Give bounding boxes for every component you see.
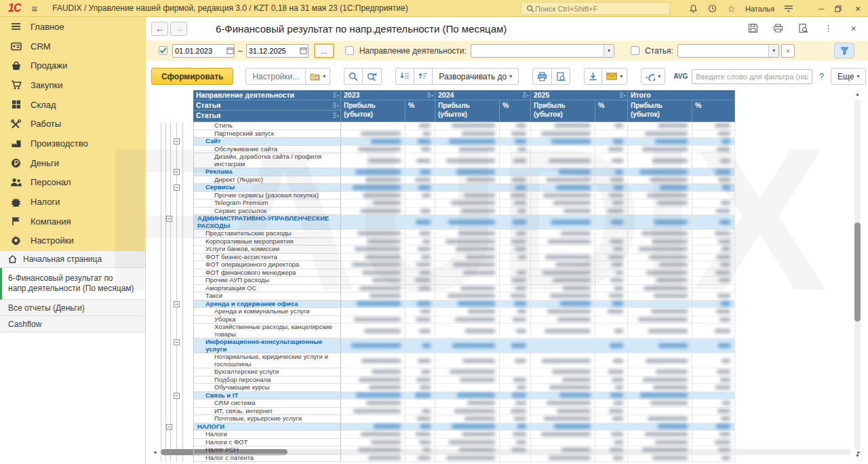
download-button[interactable]	[584, 68, 602, 85]
value-cell-redacted[interactable]	[435, 285, 500, 293]
value-cell-redacted[interactable]	[341, 324, 406, 339]
value-cell-redacted[interactable]	[595, 431, 628, 439]
history-clock-icon[interactable]	[707, 3, 717, 14]
help-button[interactable]: ?	[819, 72, 824, 81]
filter-funnel-button[interactable]	[834, 43, 854, 58]
value-cell-redacted[interactable]	[628, 446, 692, 455]
period-variants-button[interactable]: ...	[314, 43, 334, 58]
value-cell-redacted[interactable]	[341, 392, 406, 400]
value-cell-redacted[interactable]	[500, 368, 531, 376]
value-cell-redacted[interactable]	[435, 199, 500, 208]
value-cell-redacted[interactable]	[341, 192, 406, 200]
value-cell-redacted[interactable]	[692, 254, 735, 262]
value-cell-redacted[interactable]	[341, 153, 406, 168]
sort-icon[interactable]	[427, 92, 433, 98]
value-cell-redacted[interactable]	[628, 455, 692, 463]
table-row[interactable]: Почтовые, курьерские услуги	[158, 415, 735, 423]
value-cell-redacted[interactable]	[692, 384, 735, 392]
value-cell-redacted[interactable]	[406, 423, 435, 431]
table-row[interactable]: Услуги банков, комиссии	[158, 246, 735, 254]
table-row[interactable]: Прочие АУП расходы	[158, 277, 735, 285]
value-cell-redacted[interactable]	[531, 122, 595, 130]
value-cell-redacted[interactable]	[628, 238, 692, 246]
value-cell-redacted[interactable]	[406, 308, 435, 316]
value-cell-redacted[interactable]	[692, 192, 735, 200]
value-cell-redacted[interactable]	[531, 408, 595, 416]
value-cell-redacted[interactable]	[692, 423, 735, 431]
value-cell-redacted[interactable]	[341, 199, 406, 208]
collapse-group-icon[interactable]: −	[166, 216, 172, 222]
sidebar-item-crm[interactable]: CRM	[0, 37, 146, 56]
subheader-percent-total[interactable]: %	[692, 100, 735, 122]
value-cell-redacted[interactable]	[628, 192, 692, 200]
value-cell-redacted[interactable]	[341, 122, 406, 130]
tab-all-reports[interactable]: Все отчеты (Деньги)	[0, 300, 145, 316]
value-cell-redacted[interactable]	[435, 308, 500, 316]
value-cell-redacted[interactable]	[435, 277, 500, 285]
value-cell-redacted[interactable]	[628, 122, 692, 130]
value-cell-redacted[interactable]	[692, 238, 735, 246]
value-cell-redacted[interactable]	[531, 368, 595, 376]
value-cell-redacted[interactable]	[341, 384, 406, 392]
close-window-button[interactable]: ×	[853, 3, 863, 14]
value-cell-redacted[interactable]	[406, 238, 435, 246]
table-row[interactable]: ФОТ операционного директора	[158, 261, 735, 269]
value-cell-redacted[interactable]	[595, 324, 628, 339]
value-cell-redacted[interactable]	[435, 455, 500, 463]
value-cell-redacted[interactable]	[628, 215, 692, 230]
table-row[interactable]: Амортизация ОС	[158, 285, 735, 293]
value-cell-redacted[interactable]	[435, 392, 500, 400]
value-cell-redacted[interactable]	[628, 308, 692, 316]
value-cell-redacted[interactable]	[406, 269, 435, 277]
value-cell-redacted[interactable]	[435, 122, 500, 130]
column-header-article2[interactable]: Статья	[193, 111, 341, 122]
value-cell-redacted[interactable]	[406, 316, 435, 324]
subheader-profit-2023[interactable]: Прибыль (убыток)	[341, 100, 406, 122]
value-cell-redacted[interactable]	[531, 176, 595, 185]
value-cell-redacted[interactable]	[435, 168, 500, 176]
value-cell-redacted[interactable]	[435, 184, 500, 192]
scroll-up-icon[interactable]: ▲	[855, 92, 860, 96]
value-cell-redacted[interactable]	[595, 208, 628, 216]
value-cell-redacted[interactable]	[595, 215, 628, 230]
value-cell-redacted[interactable]	[435, 376, 500, 385]
value-cell-redacted[interactable]	[595, 308, 628, 316]
date-from-input[interactable]	[173, 47, 226, 55]
value-cell-redacted[interactable]	[595, 292, 628, 301]
table-row[interactable]: Представительские расходы	[158, 230, 735, 238]
user-menu-icon[interactable]	[783, 3, 793, 14]
subheader-profit-2025[interactable]: Прибыль (убыток)	[531, 100, 595, 122]
value-cell-redacted[interactable]	[595, 269, 628, 277]
value-cell-redacted[interactable]	[628, 392, 692, 400]
table-row[interactable]: Бухгалтерские услуги	[158, 368, 735, 376]
value-cell-redacted[interactable]	[692, 246, 735, 254]
value-cell-redacted[interactable]	[595, 192, 628, 200]
value-cell-redacted[interactable]	[595, 301, 628, 309]
value-cell-redacted[interactable]	[628, 254, 692, 262]
value-cell-redacted[interactable]	[341, 301, 406, 309]
table-row[interactable]: Стиль	[158, 122, 735, 130]
value-cell-redacted[interactable]	[692, 261, 735, 269]
value-cell-redacted[interactable]	[500, 146, 531, 154]
more-dots-icon[interactable]: ⋮	[823, 23, 833, 33]
value-cell-redacted[interactable]	[595, 261, 628, 269]
expand-to-button[interactable]: Разворачивать до ▾	[433, 68, 519, 85]
value-cell-redacted[interactable]	[406, 339, 435, 353]
value-cell-redacted[interactable]	[531, 192, 595, 200]
value-cell-redacted[interactable]	[406, 254, 435, 262]
value-cell-redacted[interactable]	[595, 439, 628, 447]
value-cell-redacted[interactable]	[341, 130, 406, 138]
value-cell-redacted[interactable]	[406, 408, 435, 416]
value-cell-redacted[interactable]	[595, 446, 628, 455]
value-cell-redacted[interactable]	[692, 324, 735, 339]
value-cell-redacted[interactable]	[628, 230, 692, 238]
value-cell-redacted[interactable]	[435, 246, 500, 254]
minimize-button[interactable]: ─	[816, 4, 826, 14]
subheader-profit-2024[interactable]: Прибыль (убыток)	[435, 100, 500, 122]
value-cell-redacted[interactable]	[531, 324, 595, 339]
value-cell-redacted[interactable]	[531, 285, 595, 293]
value-cell-redacted[interactable]	[531, 138, 595, 146]
column-header-2025[interactable]: 2025	[531, 90, 628, 100]
value-cell-redacted[interactable]	[595, 176, 628, 185]
value-cell-redacted[interactable]	[406, 199, 435, 208]
